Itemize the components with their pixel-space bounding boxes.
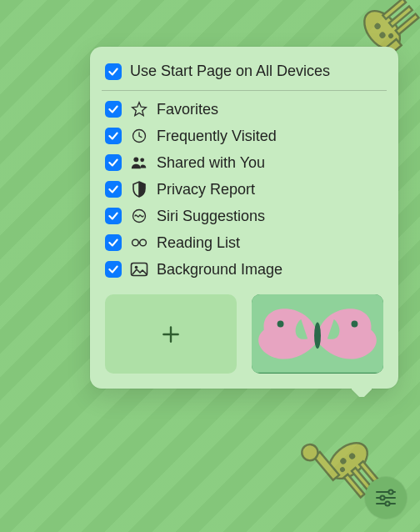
- start-page-options-popover: Use Start Page on All Devices Favorites …: [90, 47, 398, 389]
- plus-icon: [160, 324, 182, 345]
- use-start-page-all-devices-row[interactable]: Use Start Page on All Devices: [103, 58, 385, 88]
- svg-point-7: [373, 22, 382, 30]
- header-label: Use Start Page on All Devices: [130, 63, 330, 80]
- reading-list-row[interactable]: Reading List: [103, 229, 385, 256]
- checkbox-checked[interactable]: [105, 154, 122, 171]
- svg-point-33: [380, 495, 384, 499]
- item-label: Shared with You: [157, 154, 265, 172]
- checkbox-checked[interactable]: [105, 181, 122, 198]
- svg-point-22: [132, 239, 139, 246]
- item-label: Favorites: [157, 101, 218, 118]
- svg-point-27: [314, 323, 321, 349]
- item-label: Reading List: [157, 234, 240, 252]
- svg-point-25: [135, 266, 138, 269]
- people-icon: [130, 153, 148, 172]
- background-thumbnail-selected[interactable]: [252, 294, 383, 374]
- item-label: Frequently Visited: [157, 128, 277, 145]
- divider: [102, 90, 387, 91]
- svg-point-23: [140, 239, 147, 246]
- shield-icon: [130, 180, 148, 198]
- checkbox-checked[interactable]: [105, 128, 122, 144]
- checkbox-checked[interactable]: [105, 63, 122, 80]
- svg-point-35: [385, 501, 389, 505]
- checkbox-checked[interactable]: [105, 208, 122, 224]
- svg-point-29: [351, 321, 358, 328]
- shared-with-you-row[interactable]: Shared with You: [103, 149, 385, 176]
- privacy-report-row[interactable]: Privacy Report: [103, 176, 385, 203]
- svg-point-17: [339, 466, 346, 473]
- checkbox-checked[interactable]: [105, 261, 122, 278]
- svg-point-19: [133, 157, 138, 162]
- butterfly-wallpaper-preview: [252, 294, 383, 373]
- clock-icon: [130, 127, 148, 145]
- item-label: Background Image: [157, 261, 282, 279]
- svg-rect-2: [389, 6, 412, 27]
- svg-point-14: [298, 441, 321, 464]
- favorites-row[interactable]: Favorites: [103, 96, 385, 123]
- svg-point-16: [348, 452, 357, 460]
- background-image-row[interactable]: Background Image: [103, 256, 385, 283]
- popover-tail: [352, 387, 372, 397]
- sliders-icon: [374, 489, 398, 507]
- svg-point-6: [378, 31, 387, 39]
- checkbox-checked[interactable]: [105, 101, 122, 118]
- siri-suggestions-row[interactable]: Siri Suggestions: [103, 203, 385, 229]
- svg-rect-13: [314, 452, 339, 480]
- svg-point-20: [140, 158, 144, 162]
- svg-point-28: [278, 321, 284, 328]
- svg-point-31: [388, 489, 392, 494]
- frequently-visited-row[interactable]: Frequently Visited: [103, 123, 385, 149]
- checkbox-checked[interactable]: [105, 234, 122, 251]
- customize-start-page-button[interactable]: [365, 477, 407, 519]
- item-label: Privacy Report: [157, 181, 255, 198]
- svg-rect-1: [396, 14, 419, 35]
- svg-rect-3: [382, 0, 406, 19]
- svg-point-15: [339, 457, 348, 465]
- svg-rect-10: [344, 474, 365, 498]
- svg-point-9: [322, 436, 374, 486]
- star-icon: [130, 100, 148, 118]
- svg-point-8: [388, 33, 394, 39]
- item-label: Siri Suggestions: [157, 208, 265, 225]
- glasses-icon: [130, 233, 148, 252]
- image-icon: [130, 260, 148, 279]
- background-thumbnails: [103, 294, 385, 374]
- add-background-button[interactable]: [105, 294, 237, 374]
- siri-icon: [130, 207, 148, 225]
